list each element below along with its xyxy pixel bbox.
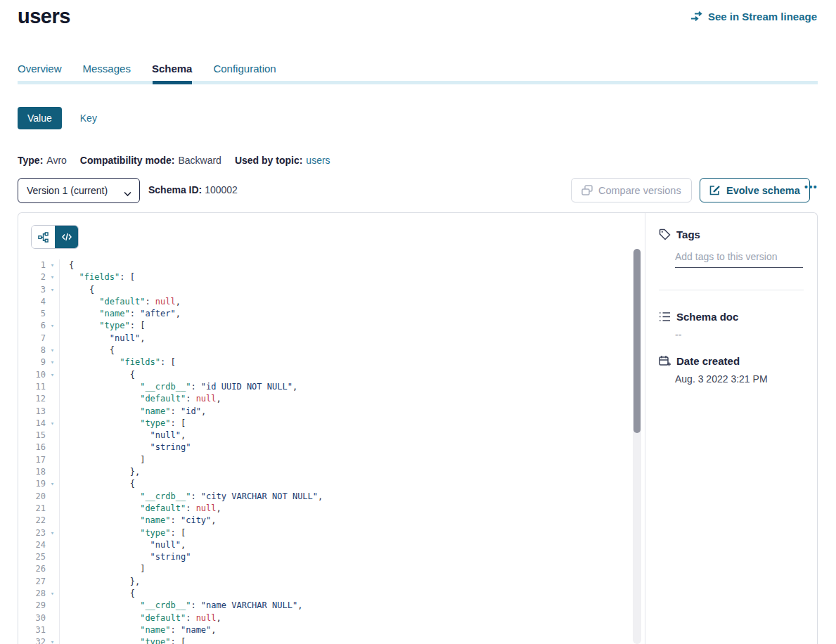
code-line: 23▾ "type": [ [18, 527, 632, 539]
tab-overview[interactable]: Overview [18, 63, 62, 75]
code-text: { [60, 369, 135, 381]
code-line: 10▾ { [18, 369, 632, 381]
code-text: "default": null, [60, 296, 181, 308]
meta-type: Type: Avro [18, 155, 67, 166]
meta-compatibility: Compatibility mode: Backward [80, 155, 221, 166]
code-line: 24 "null", [18, 539, 632, 551]
fold-toggle-icon[interactable]: ▾ [46, 344, 60, 356]
tab-underline [18, 81, 818, 84]
more-actions-button[interactable]: ••• [804, 181, 818, 193]
code-text: { [60, 478, 135, 490]
fold-toggle-icon[interactable]: ▾ [46, 320, 60, 332]
topic-link[interactable]: users [306, 155, 330, 166]
fold-toggle-icon[interactable]: ▾ [46, 271, 60, 283]
code-text: "default": null, [60, 503, 221, 515]
line-number: 18 [18, 466, 46, 478]
line-number: 19 [18, 478, 46, 490]
fold-toggle-icon[interactable]: ▾ [46, 418, 60, 430]
code-text: "fields": [ [60, 271, 135, 283]
key-toggle-button[interactable]: Key [80, 112, 97, 124]
schema-doc-section-header: Schema doc [659, 311, 803, 323]
fold-toggle-icon[interactable]: ▾ [46, 478, 60, 490]
fold-toggle-icon[interactable]: ▾ [46, 356, 60, 368]
code-text: "type": [ [60, 527, 186, 539]
meta-compatibility-value: Backward [178, 155, 221, 166]
stream-lineage-link[interactable]: See in Stream lineage [690, 11, 817, 22]
line-number: 23 [18, 527, 46, 539]
code-text: "__crdb__": "id UUID NOT NULL", [60, 381, 297, 393]
line-number: 24 [18, 539, 46, 551]
fold-spacer [46, 333, 60, 344]
fold-spacer [46, 308, 60, 320]
line-number: 22 [18, 515, 46, 527]
fold-toggle-icon[interactable]: ▾ [46, 259, 60, 271]
date-created-section-header: Date created [659, 355, 803, 367]
code-line: 26 ] [18, 563, 632, 575]
line-number: 25 [18, 551, 46, 563]
editor-scrollbar[interactable] [633, 249, 641, 644]
line-number: 21 [18, 503, 46, 515]
fold-spacer [46, 515, 60, 527]
calendar-plus-icon [659, 355, 671, 367]
code-line: 18 }, [18, 466, 632, 478]
code-text: { [60, 284, 94, 296]
fold-toggle-icon[interactable]: ▾ [46, 527, 60, 539]
value-toggle-button[interactable]: Value [18, 107, 62, 129]
date-created-title: Date created [676, 355, 740, 367]
fold-spacer [46, 551, 60, 563]
meta-used-by-topic-label: Used by topic: [235, 155, 302, 166]
line-number: 32 [18, 636, 46, 644]
fold-spacer [46, 491, 60, 503]
fold-spacer [46, 503, 60, 515]
tags-input[interactable] [675, 251, 803, 268]
code-text: "__crdb__": "city VARCHAR NOT NULL", [60, 491, 323, 503]
tags-title: Tags [676, 228, 700, 240]
code-line: 9▾ "fields": [ [18, 356, 632, 368]
code-line: 8▾ { [18, 344, 632, 356]
compare-versions-icon [581, 185, 593, 195]
fold-spacer [46, 406, 60, 418]
compare-versions-button[interactable]: Compare versions [571, 178, 692, 202]
tab-schema[interactable]: Schema [152, 63, 193, 75]
line-number: 12 [18, 393, 46, 405]
schema-doc-value: -- [675, 329, 803, 340]
tree-view-button[interactable] [32, 226, 55, 248]
line-number: 1 [18, 259, 46, 271]
code-text: }, [60, 466, 140, 478]
code-text: { [60, 259, 74, 271]
fold-toggle-icon[interactable]: ▾ [46, 636, 60, 644]
code-line: 27 }, [18, 576, 632, 588]
fold-spacer [46, 296, 60, 308]
evolve-schema-button[interactable]: Evolve schema [700, 178, 810, 202]
fold-toggle-icon[interactable]: ▾ [46, 588, 60, 600]
fold-toggle-icon[interactable]: ▾ [46, 284, 60, 296]
editor-scrollbar-thumb[interactable] [634, 249, 641, 433]
fold-spacer [46, 381, 60, 393]
code-line: 29 "__crdb__": "name VARCHAR NULL", [18, 600, 632, 612]
code-text: "string" [60, 551, 191, 563]
line-number: 26 [18, 563, 46, 575]
line-number: 13 [18, 406, 46, 418]
line-number: 28 [18, 588, 46, 600]
line-number: 31 [18, 624, 46, 636]
editor-view-toggle [31, 225, 79, 249]
code-view-button[interactable] [55, 226, 78, 248]
fold-spacer [46, 576, 60, 588]
code-text: "type": [ [60, 636, 186, 644]
code-text: "string" [60, 442, 191, 453]
line-number: 2 [18, 271, 46, 283]
version-select[interactable]: Version 1 (current) [18, 178, 140, 203]
code-line: 32▾ "type": [ [18, 636, 632, 644]
code-text: "type": [ [60, 418, 186, 430]
compare-versions-label: Compare versions [598, 185, 681, 196]
line-number: 10 [18, 369, 46, 381]
tab-configuration[interactable]: Configuration [213, 63, 276, 75]
tab-messages[interactable]: Messages [83, 63, 131, 75]
fold-spacer [46, 430, 60, 442]
fold-spacer [46, 624, 60, 636]
code-line: 13 "name": "id", [18, 406, 632, 418]
fold-toggle-icon[interactable]: ▾ [46, 369, 60, 381]
code-line: 15 "null", [18, 430, 632, 442]
tab-underline-active [153, 81, 192, 84]
fold-spacer [46, 466, 60, 478]
